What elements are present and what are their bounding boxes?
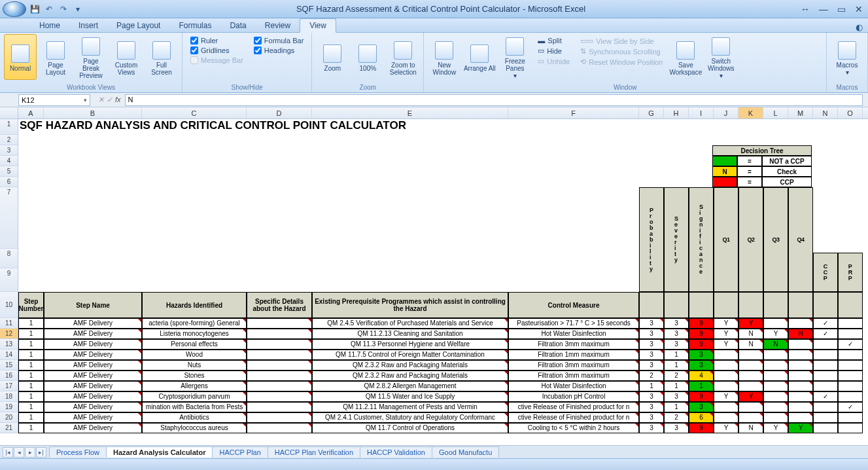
cell-q2[interactable]	[738, 371, 763, 381]
cell-programme[interactable]: QM 2.3.2 Raw and Packaging Materials	[312, 371, 508, 381]
maximize-icon[interactable]: ▭	[835, 4, 848, 14]
cell-step-name[interactable]: AMF Delivery	[44, 360, 142, 371]
macros-button[interactable]: Macros▾	[831, 34, 863, 80]
sheet-nav-prev-icon[interactable]: ◂	[14, 447, 24, 458]
cell-q1[interactable]: Y	[714, 329, 738, 339]
cell-step[interactable]: 1	[18, 423, 44, 433]
cell-q3[interactable]	[763, 381, 788, 391]
cell-step[interactable]: 1	[18, 360, 44, 371]
qat-dropdown-icon[interactable]: ▾	[72, 3, 84, 15]
cell-q1[interactable]: Y	[714, 318, 738, 329]
tab-review[interactable]: Review	[256, 19, 300, 32]
cell-step-name[interactable]: AMF Delivery	[44, 318, 142, 329]
cell-q3[interactable]	[763, 412, 788, 423]
cell-q4[interactable]	[788, 318, 813, 329]
arrange-all-button[interactable]: Arrange All	[463, 34, 496, 80]
sheet-nav-last-icon[interactable]: ▸|	[36, 447, 46, 458]
cell-hazard[interactable]: acteria (spore-forming) General	[142, 318, 247, 329]
cell-details[interactable]	[247, 350, 312, 360]
switch-windows-button[interactable]: Switch Windows▾	[704, 34, 737, 80]
cell-step[interactable]: 1	[18, 412, 44, 423]
cell-details[interactable]	[247, 371, 312, 381]
cell-q4[interactable]	[788, 391, 813, 402]
row-19[interactable]: 19	[0, 402, 18, 412]
cell-prp[interactable]	[838, 423, 863, 433]
col-H[interactable]: H	[664, 107, 689, 118]
cell-ccp[interactable]	[813, 402, 838, 412]
cell-ccp[interactable]	[813, 350, 838, 360]
col-J[interactable]: J	[714, 107, 738, 118]
cell-programme[interactable]: QM 11.2.11 Management of Pests and Vermi…	[312, 402, 508, 412]
cell-hazard[interactable]: Nuts	[142, 360, 247, 371]
cell-probability[interactable]: 3	[639, 391, 664, 402]
zoom-100-button[interactable]: 100%	[351, 34, 384, 80]
cell-control[interactable]: Cooling to < 5 °C within 2 hours	[508, 423, 639, 433]
cell-q4[interactable]	[788, 371, 813, 381]
cell-step-name[interactable]: AMF Delivery	[44, 350, 142, 360]
cell-prp[interactable]	[838, 318, 863, 329]
cell-severity[interactable]: 3	[664, 329, 689, 339]
tab-data[interactable]: Data	[220, 19, 255, 32]
formula-input[interactable]: N	[125, 94, 863, 106]
cell-q3[interactable]	[763, 371, 788, 381]
cell-q4[interactable]	[788, 402, 813, 412]
cell-programme[interactable]: QM 11.3 Personnel Hygiene and Welfare	[312, 339, 508, 350]
cell-severity[interactable]: 1	[664, 360, 689, 371]
cell-control[interactable]: Hot Water Disinfection	[508, 329, 639, 339]
col-E[interactable]: E	[312, 107, 508, 118]
cell-details[interactable]	[247, 412, 312, 423]
cell-severity[interactable]: 3	[664, 423, 689, 433]
col-D[interactable]: D	[247, 107, 312, 118]
cell-step[interactable]: 1	[18, 402, 44, 412]
sheet-nav-first-icon[interactable]: |◂	[3, 447, 13, 458]
cell-probability[interactable]: 3	[639, 339, 664, 350]
row-1[interactable]: 1	[0, 119, 18, 135]
restore-move-icon[interactable]: ↔	[798, 4, 812, 14]
cell-ccp[interactable]: ✓	[813, 329, 838, 339]
row-7[interactable]: 7	[0, 187, 18, 249]
cell-severity[interactable]: 1	[664, 402, 689, 412]
cell-q1[interactable]	[714, 402, 738, 412]
cell-details[interactable]	[247, 381, 312, 391]
cell-q3[interactable]	[763, 318, 788, 329]
zoom-selection-button[interactable]: Zoom to Selection	[387, 34, 419, 80]
cell-programme[interactable]: QM 11.7.5 Control of Foreign Matter Cont…	[312, 350, 508, 360]
save-icon[interactable]: 💾	[29, 3, 41, 15]
cell-programme[interactable]: QM 2.3.2 Raw and Packaging Materials	[312, 360, 508, 371]
new-window-button[interactable]: New Window	[428, 34, 460, 80]
cell-severity[interactable]: 1	[664, 381, 689, 391]
cell-q1[interactable]	[714, 412, 738, 423]
undo-icon[interactable]: ↶	[43, 3, 55, 15]
spreadsheet-grid[interactable]: 1 SQF HAZARD ANALYSIS AND CRITICAL CONTR…	[0, 119, 868, 450]
cell-details[interactable]	[247, 391, 312, 402]
cell-step[interactable]: 1	[18, 350, 44, 360]
cell-severity[interactable]: 3	[664, 391, 689, 402]
custom-views-button[interactable]: Custom Views	[110, 34, 143, 80]
cell-details[interactable]	[247, 339, 312, 350]
save-workspace-button[interactable]: Save Workspace	[669, 34, 702, 80]
minimize-icon[interactable]: —	[816, 4, 831, 14]
col-N[interactable]: N	[813, 107, 838, 118]
cell-ccp[interactable]	[813, 371, 838, 381]
row-3[interactable]: 3	[0, 145, 18, 156]
cell-severity[interactable]: 2	[664, 371, 689, 381]
col-A[interactable]: A	[18, 107, 44, 118]
cell-hazard[interactable]: Cryptosporidium parvum	[142, 391, 247, 402]
cell-hazard[interactable]: Antibiotics	[142, 412, 247, 423]
col-O[interactable]: O	[838, 107, 863, 118]
cell-control[interactable]: Incubation pH Control	[508, 391, 639, 402]
cell-step[interactable]: 1	[18, 318, 44, 329]
cell-programme[interactable]: QM 2.8.2 Allergen Management	[312, 381, 508, 391]
sheet-tab-haccp-plan[interactable]: HACCP Plan	[212, 446, 268, 458]
cell-q1[interactable]	[714, 360, 738, 371]
cell-q3[interactable]: Y	[763, 329, 788, 339]
cell-significance[interactable]: 9	[689, 329, 714, 339]
cell-q3[interactable]	[763, 402, 788, 412]
cell-q3[interactable]: Y	[763, 423, 788, 433]
cell-prp[interactable]	[838, 412, 863, 423]
sheet-tab-hazard-analysis-calculator[interactable]: Hazard Analysis Calculator	[106, 446, 213, 458]
cell-significance[interactable]: 9	[689, 423, 714, 433]
cell-details[interactable]	[247, 423, 312, 433]
cell-programme[interactable]: QM 2.4.5 Verification of Purchased Mater…	[312, 318, 508, 329]
page-break-preview-button[interactable]: Page Break Preview	[75, 34, 107, 80]
